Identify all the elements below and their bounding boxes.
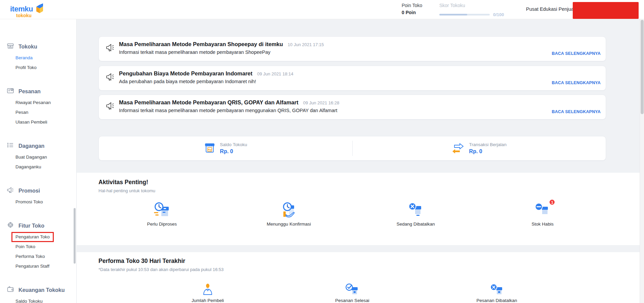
pusat-edukasi-penjual-link[interactable]: Pusat Edukasi Penjual [526, 6, 575, 12]
sidebar-item-profil-toko[interactable]: Profil Toko [0, 65, 76, 70]
stat-stok-habis[interactable]: 1 Stok Habis [479, 201, 606, 227]
announcement-title: Masa Pemeliharaan Metode Pembayaran QRIS… [119, 99, 298, 106]
buyer-person-icon [201, 283, 214, 296]
stat-label: Pesanan Selesai [335, 298, 369, 303]
store-icon [7, 42, 14, 51]
poin-toko-value: 0 Poin [402, 10, 422, 15]
saldo-tokoku-value[interactable]: Rp. 0 [220, 148, 247, 155]
poin-toko-widget[interactable]: Poin Toko 0 Poin [402, 3, 422, 15]
page-scrollbar[interactable] [640, 19, 644, 303]
stat-pesanan-dibatalkan[interactable]: Pesanan Dibatalkan [425, 283, 569, 303]
performa-title: Performa Toko 30 Hari Terakhir [98, 258, 185, 265]
skor-tokoku-widget[interactable]: Skor Tokoku 0/100 [439, 3, 510, 17]
announcement-date: 10 Jun 2021 17:15 [288, 42, 324, 47]
sidebar-item-beranda[interactable]: Beranda [0, 55, 76, 61]
stat-jumlah-pembeli[interactable]: Jumlah Pembeli [135, 283, 280, 303]
baca-selengkapnya-link[interactable]: BACA SELENGKAPNYA [552, 80, 601, 85]
transaksi-berjalan-value[interactable]: Rp. 0 [469, 148, 507, 155]
stat-label: Perlu Diproses [147, 222, 177, 227]
main-content: Masa Pemeliharaan Metode Pembayaran Shop… [77, 19, 644, 303]
logo-text-tokoku: tokoku [16, 13, 32, 18]
stat-perlu-diproses[interactable]: Perlu Diproses [98, 201, 226, 227]
aktivitas-penting-section: Aktivitas Penting! Hal-hal penting untuk… [77, 173, 644, 245]
seller-dashboard: itemku tokoku Poin Toko 0 Poin Skor Toko… [0, 0, 644, 303]
announcement-card[interactable]: Masa Pemeliharaan Metode Pembayaran QRIS… [98, 95, 606, 120]
baca-selengkapnya-link[interactable]: BACA SELENGKAPNYA [552, 51, 601, 56]
stat-label: Pesanan Dibatalkan [477, 298, 517, 303]
sidebar-item-saldo-tokoku[interactable]: Saldo Tokoku [0, 299, 76, 303]
sidebar-item-promosi-toko[interactable]: Promosi Toko [0, 199, 76, 205]
sidebar-item-buat-dagangan[interactable]: Buat Dagangan [0, 155, 76, 160]
sidebar-section-label: Promosi [18, 188, 40, 194]
announcement-megaphone-icon [106, 72, 115, 90]
sidebar-section-fitur-toko: Fitur Toko Pengaturan Toko Poin Toko Per… [0, 221, 76, 269]
list-icon [7, 141, 14, 150]
check-box-icon [345, 283, 360, 296]
announcement-date: 09 Jun 2021 18:14 [257, 71, 293, 76]
wallet-icon [7, 285, 14, 294]
stat-label: Sedang Dibatalkan [397, 222, 435, 227]
stat-label: Menunggu Konfirmasi [267, 222, 311, 227]
sidebar-nav: Tokoku Beranda Profil Toko Pesanan Riway… [0, 19, 77, 303]
announcement-body: Ada perubahan pada biaya metode pembayar… [119, 79, 293, 84]
sidebar-item-riwayat-pesanan[interactable]: Riwayat Pesanan [0, 100, 76, 105]
announcement-title: Pengubahan Biaya Metode Pembayaran Indom… [119, 70, 252, 77]
stat-label: Stok Habis [532, 222, 554, 227]
cancel-box-icon [407, 201, 425, 219]
sidebar-item-pengaturan-toko[interactable]: Pengaturan Toko [0, 234, 76, 240]
stat-sedang-dibatalkan[interactable]: Sedang Dibatalkan [352, 201, 479, 227]
transfer-arrows-icon [452, 142, 465, 155]
minus-box-icon: 1 [534, 201, 551, 219]
sidebar-item-pengaturan-staff[interactable]: Pengaturan Staff [0, 264, 76, 269]
gear-icon [7, 221, 14, 230]
skor-progress-value: 0/100 [493, 12, 504, 17]
svg-text:Rp: Rp [208, 148, 212, 151]
order-mail-icon [7, 87, 14, 96]
performa-toko-section: Performa Toko 30 Hari Terakhir *Data ter… [77, 252, 644, 303]
itemku-tokoku-logo[interactable]: itemku tokoku [10, 2, 50, 18]
red-highlight-box: Pengaturan Toko [11, 232, 54, 242]
sidebar-section-label: Dagangan [18, 143, 44, 149]
baca-selengkapnya-link[interactable]: BACA SELENGKAPNYA [552, 109, 601, 114]
skor-progress-bar [439, 14, 490, 15]
sidebar-section-label: Pesanan [18, 88, 41, 95]
megaphone-icon [7, 186, 14, 195]
announcement-megaphone-icon [106, 43, 115, 61]
sidebar-section-dagangan: Dagangan Buat Dagangan Daganganku [0, 141, 76, 170]
logo-text-itemku: itemku [10, 5, 33, 13]
sidebar-scrollbar-thumb[interactable] [74, 208, 76, 264]
skor-tokoku-label: Skor Tokoku [439, 3, 510, 8]
announcement-body: Informasi terkait masa pemeliharaan meto… [119, 49, 324, 55]
balance-card: Rp Saldo Tokoku Rp. 0 Transaksi Berj [98, 136, 606, 161]
sidebar-section-label: Fitur Toko [18, 223, 44, 229]
transaksi-berjalan-block[interactable]: Transaksi Berjalan Rp. 0 [353, 136, 606, 160]
sidebar-item-ulasan-pembeli[interactable]: Ulasan Pembeli [0, 120, 76, 125]
saldo-tokoku-block[interactable]: Rp Saldo Tokoku Rp. 0 [99, 136, 352, 160]
sidebar-item-performa-toko[interactable]: Performa Toko [0, 254, 76, 259]
clock-hand-icon [280, 201, 297, 219]
cube-logo-icon [34, 3, 44, 15]
sidebar-section-pesanan: Pesanan Riwayat Pesanan Pesan Ulasan Pem… [0, 87, 76, 125]
stat-menunggu-konfirmasi[interactable]: Menunggu Konfirmasi [226, 201, 353, 227]
announcement-title: Masa Pemeliharaan Metode Pembayaran Shop… [119, 41, 283, 47]
announcement-card[interactable]: Pengubahan Biaya Metode Pembayaran Indom… [98, 66, 606, 91]
aktivitas-title: Aktivitas Penting! [98, 179, 148, 186]
clock-box-icon [153, 201, 171, 219]
transaksi-berjalan-label: Transaksi Berjalan [469, 142, 507, 147]
page-scrollbar-thumb[interactable] [641, 20, 644, 114]
sidebar-section-tokoku: Tokoku Beranda Profil Toko [0, 42, 76, 70]
stok-habis-count-badge: 1 [549, 199, 555, 205]
header-red-cta-button[interactable] [573, 2, 639, 19]
performa-subtitle: *Data terakhir pukul 10:53 dan akan dipe… [98, 267, 224, 272]
sidebar-item-poin-toko[interactable]: Poin Toko [0, 244, 76, 249]
sidebar-item-daganganku[interactable]: Daganganku [0, 164, 76, 170]
announcement-body: Informasi terkait masa pemeliharaan meto… [119, 108, 339, 113]
stat-pesanan-selesai[interactable]: Pesanan Selesai [280, 283, 425, 303]
sidebar-section-label: Tokoku [18, 43, 37, 50]
store-rp-icon: Rp [204, 142, 216, 155]
saldo-tokoku-label: Saldo Tokoku [220, 142, 247, 147]
announcement-card[interactable]: Masa Pemeliharaan Metode Pembayaran Shop… [98, 36, 606, 61]
sidebar-section-promosi: Promosi Promosi Toko [0, 186, 76, 205]
sidebar-item-pesan[interactable]: Pesan [0, 110, 76, 115]
announcement-date: 09 Jun 2021 16:28 [303, 100, 339, 105]
